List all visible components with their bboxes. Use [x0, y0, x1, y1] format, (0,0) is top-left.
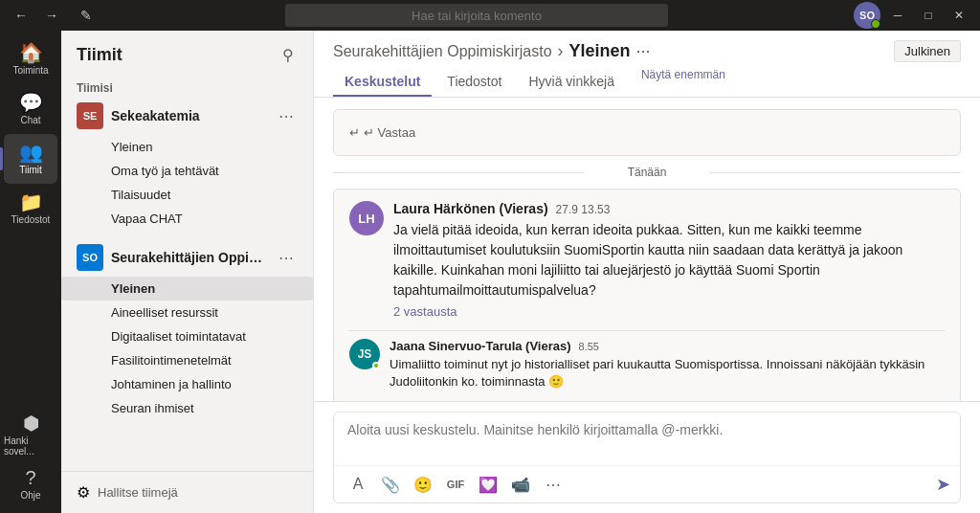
- apps-icon: ⬢: [23, 413, 39, 433]
- team-more-button-sekakatemia[interactable]: ⋯: [275, 105, 298, 127]
- channel-item-seuran-ihmiset[interactable]: Seuran ihmiset: [61, 396, 313, 420]
- message-block: LH Laura Härkönen (Vieras) 27.9 13.53 Ja…: [349, 201, 945, 323]
- filter-button[interactable]: ⚲: [278, 42, 298, 68]
- compose-area: A 📎 🙂 GIF 💟 📹: [314, 401, 980, 513]
- chat-main: Seurakehittäjien Oppimiskirjasto › Ylein…: [314, 31, 980, 513]
- tab-hyvia-vinkkeja[interactable]: Hyviä vinkkejä: [517, 68, 625, 97]
- channel-item-aineelliset[interactable]: Aineelliset resurssit: [61, 301, 313, 324]
- chat-tabs: Keskustelut Tiedostot Hyviä vinkkejä Näy…: [333, 68, 961, 97]
- search-input[interactable]: [285, 4, 668, 27]
- minimize-button[interactable]: ─: [884, 2, 911, 29]
- sticker-button[interactable]: 💟: [474, 470, 502, 499]
- sidebar-item-help[interactable]: ? Ohje: [4, 459, 57, 509]
- navigation-buttons: ← →: [8, 2, 65, 29]
- channel-item-digitaaliset[interactable]: Digitaaliset toimintatavat: [61, 324, 313, 348]
- reply-content: Jaana Sinervuo-Tarula (Vieras) 8.55 Uima…: [390, 339, 945, 390]
- sidebar-item-label: Toiminta: [12, 65, 48, 76]
- channel-item-fasilitointi[interactable]: Fasilitointimenetelmät: [61, 348, 313, 372]
- send-icon: ➤: [936, 474, 950, 495]
- chat-messages[interactable]: ↵ ↵ Vastaa Tänään LH Laura Härkönen (Vie…: [314, 98, 980, 401]
- chat-icon: 💬: [19, 93, 43, 112]
- compose-input[interactable]: [334, 413, 960, 462]
- team-avatar-seurakehittajien: SO: [77, 244, 103, 271]
- message-time: 27.9 13.53: [556, 203, 611, 216]
- channel-item-yleinen-1[interactable]: Yleinen: [61, 135, 313, 159]
- reply-author: Jaana Sinervuo-Tarula (Vieras): [390, 339, 571, 353]
- show-more-link[interactable]: Näytä enemmän: [630, 68, 725, 97]
- video-button[interactable]: 📹: [506, 470, 535, 499]
- tab-keskustelut[interactable]: Keskustelut: [333, 68, 432, 97]
- sidebar-item-label: Ohje: [20, 490, 40, 501]
- team-avatar-sekakatemia: SE: [77, 102, 103, 129]
- section-label: Tiimisi: [61, 76, 313, 97]
- replies-link[interactable]: 2 vastausta: [393, 301, 457, 323]
- sidebar-item-chat[interactable]: 💬 Chat: [4, 84, 57, 134]
- public-badge: Julkinen: [894, 40, 961, 62]
- team-header-seurakehittajien[interactable]: SO Seurakehittäjien Oppimis... ⋯: [61, 238, 313, 277]
- sidebar-item-toiminta[interactable]: 🏠 Toiminta: [4, 34, 57, 84]
- message-content: Laura Härkönen (Vieras) 27.9 13.53 Ja vi…: [393, 201, 945, 323]
- chat-header-top: Seurakehittäjien Oppimiskirjasto › Ylein…: [333, 40, 961, 62]
- forward-button[interactable]: →: [38, 2, 65, 29]
- sidebar-item-tiimit[interactable]: 👥 Tiimit: [4, 134, 57, 184]
- teams-title: Tiimit: [77, 45, 122, 65]
- compose-button[interactable]: ✎: [73, 2, 100, 29]
- close-button[interactable]: ✕: [946, 2, 972, 29]
- teams-panel: Tiimit ⚲ Tiimisi SE Sekeakatemia ⋯ Ylein…: [61, 31, 314, 513]
- home-icon: 🏠: [19, 43, 43, 62]
- channel-item-tilaisuudet[interactable]: Tilaisuudet: [61, 183, 313, 207]
- sidebar-nav: 🏠 Toiminta 💬 Chat 👥 Tiimit 📁 Tiedostot ⬢…: [0, 31, 61, 513]
- team-more-button-seurakehittajien[interactable]: ⋯: [275, 247, 298, 269]
- manage-teams[interactable]: ⚙ Hallitse tiimejä: [77, 480, 298, 505]
- sidebar-item-label: Hanki sovel...: [4, 435, 57, 457]
- title-bar-left: ← → ✎: [8, 2, 100, 29]
- reply-message: JS Jaana Sinervuo-Tarula (Vieras) 8.55 U…: [349, 330, 945, 390]
- channel-item-johtaminen[interactable]: Johtaminen ja hallinto: [61, 372, 313, 396]
- attach-button[interactable]: 📎: [376, 470, 405, 499]
- help-icon: ?: [25, 468, 35, 487]
- channel-options-button[interactable]: ···: [636, 41, 651, 61]
- channel-item-yleinen-2[interactable]: Yleinen: [61, 277, 313, 301]
- title-bar-right: SO ─ □ ✕: [854, 2, 972, 29]
- restore-button[interactable]: □: [915, 2, 942, 29]
- reply-time: 8.55: [579, 341, 599, 352]
- send-button[interactable]: ➤: [936, 474, 950, 495]
- team-header-sekakatemia[interactable]: SE Sekeakatemia ⋯: [61, 97, 313, 135]
- tab-tiedostot[interactable]: Tiedostot: [435, 68, 513, 97]
- manage-teams-label: Hallitse tiimejä: [98, 485, 178, 500]
- message-text: Ja vielä pitää ideoida, kun kerran ideoi…: [393, 220, 945, 301]
- top-message-card: ↵ ↵ Vastaa: [333, 109, 961, 156]
- online-indicator: [372, 362, 380, 369]
- reply-header: Jaana Sinervuo-Tarula (Vieras) 8.55: [390, 339, 945, 353]
- emoji-button[interactable]: 🙂: [409, 470, 437, 499]
- format-button[interactable]: A: [344, 470, 372, 499]
- channel-current-name: Yleinen: [569, 41, 631, 61]
- more-icon: ⋯: [546, 476, 561, 494]
- sidebar-item-apps[interactable]: ⬢ Hanki sovel...: [4, 410, 57, 459]
- back-button[interactable]: ←: [8, 2, 34, 29]
- reply-text: Uimaliitto toiminut nyt jo historiallise…: [390, 356, 945, 390]
- gif-button[interactable]: GIF: [441, 470, 470, 499]
- top-reply-button[interactable]: ↵ ↵ Vastaa: [349, 122, 415, 144]
- sidebar-item-tiedostot[interactable]: 📁 Tiedostot: [4, 184, 57, 234]
- settings-icon: ⚙: [77, 483, 90, 502]
- files-icon: 📁: [19, 192, 43, 212]
- more-tools-button[interactable]: ⋯: [539, 470, 568, 499]
- compose-toolbar: A 📎 🙂 GIF 💟 📹: [334, 465, 960, 502]
- title-bar: ← → ✎ SO ─ □ ✕: [0, 0, 980, 31]
- emoji-icon: 🙂: [413, 476, 433, 494]
- main-message-card: LH Laura Härkönen (Vieras) 27.9 13.53 Ja…: [333, 189, 961, 401]
- channel-team-name: Seurakehittäjien Oppimiskirjasto: [333, 43, 552, 60]
- message-author: Laura Härkönen (Vieras): [393, 201, 548, 216]
- compose-box: A 📎 🙂 GIF 💟 📹: [333, 412, 961, 503]
- sidebar-item-label: Tiimit: [19, 165, 42, 175]
- channel-item-oma-tyo[interactable]: Oma työ ja tehtävät: [61, 159, 313, 183]
- message-avatar-lh: LH: [349, 201, 384, 235]
- channel-separator: ›: [558, 41, 564, 61]
- team-name-seurakehittajien: Seurakehittäjien Oppimis...: [111, 250, 267, 265]
- sticker-icon: 💟: [479, 476, 498, 494]
- teams-header: Tiimit ⚲: [61, 31, 313, 76]
- day-divider: Tänään: [333, 166, 961, 179]
- channel-item-vapaa-chat[interactable]: Vapaa CHAT: [61, 207, 313, 231]
- user-avatar[interactable]: SO: [854, 2, 880, 29]
